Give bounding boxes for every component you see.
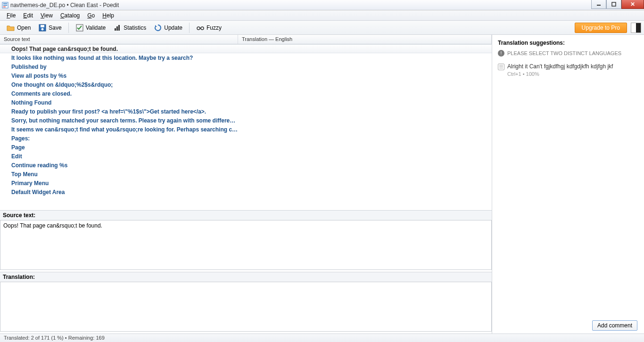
source-cell: Page	[0, 144, 238, 151]
menu-catalog[interactable]: Catalog	[57, 11, 83, 20]
validate-label: Validate	[86, 24, 106, 31]
toolbar: Open Save Validate Statistics Update Fuz…	[0, 21, 644, 35]
source-cell: View all posts by %s	[0, 73, 238, 79]
col-header-source[interactable]: Source text	[0, 35, 238, 44]
statistics-button[interactable]: Statistics	[109, 22, 150, 33]
svg-point-8	[41, 28, 44, 30]
source-cell: Sorry, but nothing matched your search t…	[0, 117, 238, 124]
source-cell: It seems we can&rsquo;t find what you&rs…	[0, 126, 238, 133]
open-label: Open	[17, 24, 31, 31]
source-cell: Edit	[0, 153, 238, 160]
theme-toggle[interactable]	[631, 23, 641, 33]
source-text-area	[0, 220, 492, 270]
save-label: Save	[49, 24, 61, 31]
svg-rect-5	[612, 2, 616, 6]
svg-rect-1	[3, 3, 8, 4]
table-row[interactable]: Continue reading %s	[0, 161, 492, 170]
warning-text: PLEASE SELECT TWO DISTINCT LANGUAGES	[507, 50, 621, 56]
validate-button[interactable]: Validate	[72, 22, 109, 33]
svg-rect-12	[118, 25, 120, 31]
translation-block: Translation:	[0, 272, 492, 334]
minimize-button[interactable]	[591, 0, 606, 9]
refresh-icon	[154, 24, 162, 32]
glasses-icon	[196, 24, 205, 32]
source-cell: Pages:	[0, 135, 238, 142]
grid-body[interactable]: Oops! That page can&rsquo;t be found.It …	[0, 44, 492, 210]
table-row[interactable]: One thought on &ldquo;%2$s&rdquo;	[0, 80, 492, 89]
source-cell: It looks like nothing was found at this …	[0, 55, 238, 61]
grid-header: Source text Translation — English	[0, 35, 492, 44]
left-pane: Source text Translation — English Oops! …	[0, 35, 492, 334]
source-cell: Oops! That page can&rsquo;t be found.	[0, 46, 238, 52]
statistics-label: Statistics	[124, 24, 146, 31]
fuzzy-button[interactable]: Fuzzy	[192, 22, 225, 33]
upgrade-button[interactable]: Upgrade to Pro	[575, 23, 627, 33]
table-row[interactable]: Sorry, but nothing matched your search t…	[0, 116, 492, 125]
menu-help[interactable]: Help	[99, 11, 118, 20]
table-row[interactable]: Pages:	[0, 134, 492, 143]
suggestions-pane: Translation suggestions: ! PLEASE SELECT…	[492, 35, 644, 334]
suggestion-item[interactable]: Alright it Can't fgjkdfhgj kdfgdjkfh kdj…	[498, 63, 638, 77]
save-button[interactable]: Save	[34, 22, 65, 33]
table-row[interactable]: Page	[0, 143, 492, 152]
update-button[interactable]: Update	[150, 22, 186, 33]
checkmark-icon	[75, 24, 84, 32]
table-row[interactable]: Published by	[0, 62, 492, 71]
table-row[interactable]: Oops! That page can&rsquo;t be found.	[0, 44, 492, 53]
menubar: File Edit View Catalog Go Help	[0, 10, 644, 21]
table-row[interactable]: View all posts by %s	[0, 71, 492, 80]
maximize-button[interactable]	[606, 0, 621, 9]
svg-rect-7	[41, 25, 44, 27]
close-button[interactable]: ✕	[621, 0, 644, 9]
menu-view[interactable]: View	[37, 11, 57, 20]
table-row[interactable]: Primary Menu	[0, 179, 492, 187]
menu-go[interactable]: Go	[83, 11, 99, 20]
toolbar-separator	[68, 23, 69, 33]
menu-file[interactable]: File	[3, 11, 19, 20]
add-comment-button[interactable]: Add comment	[592, 320, 637, 331]
table-row[interactable]: Top Menu	[0, 170, 492, 179]
table-row[interactable]: Edit	[0, 152, 492, 161]
folder-open-icon	[7, 24, 15, 32]
suggestion-meta: Ctrl+1 • 100%	[507, 71, 638, 77]
statusbar: Translated: 2 of 171 (1 %) • Remaining: …	[0, 334, 644, 342]
source-cell: Nothing Found	[0, 99, 238, 106]
open-button[interactable]: Open	[3, 22, 34, 33]
table-row[interactable]: Default Widget Area	[0, 187, 492, 196]
source-text-label: Source text:	[0, 211, 492, 220]
window-controls: ✕	[591, 0, 644, 9]
table-row[interactable]: Ready to publish your first post? <a hre…	[0, 107, 492, 116]
svg-point-13	[197, 27, 200, 30]
save-icon	[38, 24, 47, 32]
source-cell: Published by	[0, 64, 238, 70]
status-text: Translated: 2 of 171 (1 %) • Remaining: …	[4, 335, 105, 341]
fuzzy-label: Fuzzy	[206, 24, 222, 31]
table-row[interactable]: It looks like nothing was found at this …	[0, 53, 492, 62]
table-row[interactable]: Nothing Found	[0, 98, 492, 107]
source-cell: Primary Menu	[0, 180, 238, 187]
toolbar-separator	[189, 23, 190, 33]
language-warning: ! PLEASE SELECT TWO DISTINCT LANGUAGES	[498, 50, 638, 57]
menu-edit[interactable]: Edit	[19, 11, 37, 20]
col-header-translation[interactable]: Translation — English	[238, 35, 492, 44]
translation-text-area[interactable]	[0, 282, 492, 332]
window-title: navthemes-de_DE.po • Clean East - Poedit	[10, 2, 119, 8]
document-icon	[498, 64, 504, 70]
svg-point-14	[201, 27, 204, 30]
table-row[interactable]: It seems we can&rsquo;t find what you&rs…	[0, 125, 492, 134]
source-cell: Continue reading %s	[0, 162, 238, 169]
svg-rect-3	[3, 6, 6, 7]
suggestions-heading: Translation suggestions:	[498, 40, 638, 46]
source-cell: Default Widget Area	[0, 189, 238, 195]
app-icon	[2, 2, 8, 8]
window-titlebar: navthemes-de_DE.po • Clean East - Poedit…	[0, 0, 644, 10]
translation-label: Translation:	[0, 272, 492, 282]
update-label: Update	[164, 24, 182, 31]
warning-icon: !	[498, 50, 504, 57]
table-row[interactable]: Comments are closed.	[0, 89, 492, 98]
source-cell: One thought on &ldquo;%2$s&rdquo;	[0, 81, 238, 88]
source-cell: Top Menu	[0, 171, 238, 178]
svg-rect-2	[3, 5, 8, 6]
suggestion-text: Alright it Can't fgjkdfhgj kdfgdjkfh kdj…	[507, 63, 613, 70]
chart-icon	[113, 24, 122, 32]
